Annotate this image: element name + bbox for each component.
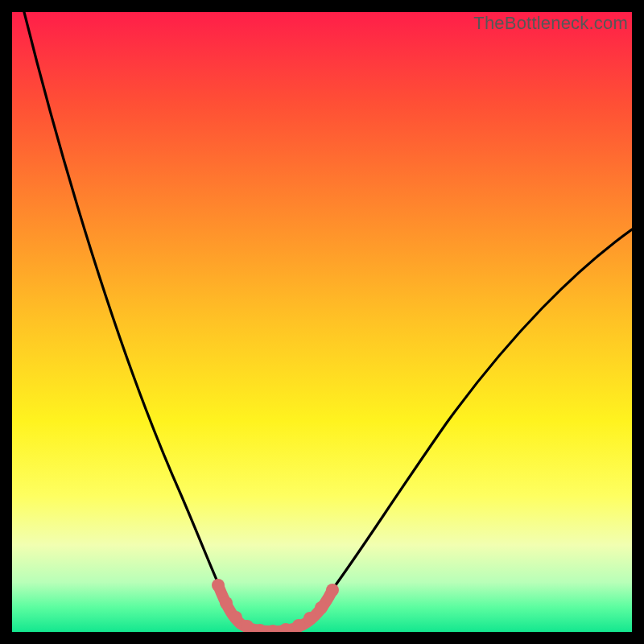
svg-point-8 <box>303 612 316 625</box>
watermark-text: TheBottleneck.com <box>473 13 628 34</box>
svg-point-1 <box>220 597 233 609</box>
chart-svg <box>12 12 632 632</box>
chart-plot-area <box>12 12 632 632</box>
svg-point-9 <box>315 601 328 614</box>
svg-point-2 <box>229 611 242 624</box>
chart-frame: TheBottleneck.com <box>0 0 644 644</box>
svg-point-0 <box>212 579 225 592</box>
curve-path <box>24 12 632 630</box>
svg-point-10 <box>326 584 339 597</box>
marker-dots <box>212 579 339 632</box>
svg-point-7 <box>292 619 305 632</box>
